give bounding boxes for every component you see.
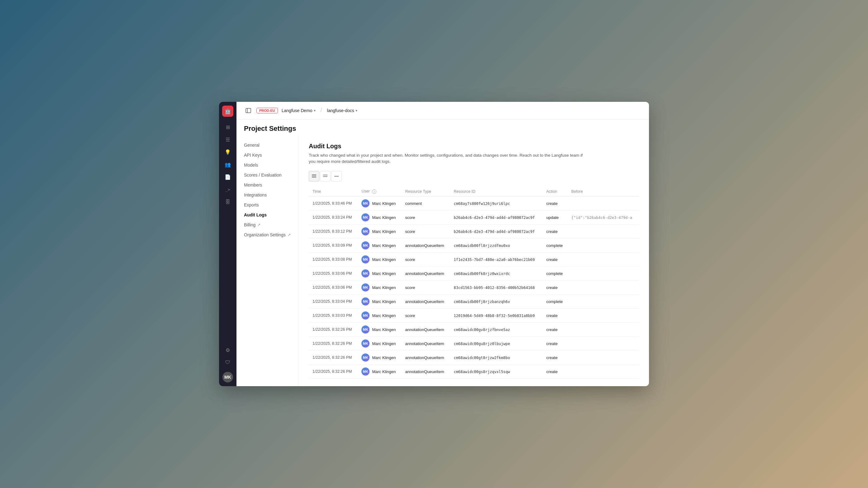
- table-row: 1/22/2025, 8:33:46 PMMKMarc Klingencomme…: [309, 196, 639, 210]
- cell-user: MKMarc Klingen: [358, 323, 401, 337]
- cell-action: update: [543, 210, 568, 225]
- project-dropdown[interactable]: langfuse-docs ▾: [327, 108, 358, 113]
- filter-btn-medium[interactable]: [320, 171, 331, 182]
- header: PROD-EU Langfuse Demo ▾ / langfuse-docs …: [237, 102, 649, 120]
- nav-item-billing[interactable]: Billing ↗: [237, 220, 299, 230]
- cell-resource-id: cm68ay7s800fw126j9uri6lpc: [450, 196, 542, 210]
- table-row: 1/22/2025, 8:32:26 PMMKMarc Klingenannot…: [309, 351, 639, 365]
- nav-item-org-settings[interactable]: Organization Settings ↗: [237, 230, 299, 240]
- user-name: Marc Klingen: [372, 243, 396, 248]
- document-icon[interactable]: 📄: [222, 172, 234, 183]
- cell-resource-id: cm68awidb00fj8rjzbanzqh6v: [450, 295, 542, 308]
- cell-action: create: [543, 337, 568, 351]
- nav-label-general: General: [244, 143, 259, 148]
- shield-icon[interactable]: 🛡: [222, 357, 234, 368]
- terminal-icon[interactable]: _>: [222, 184, 234, 195]
- filter-btn-sparse[interactable]: [331, 171, 342, 182]
- cell-action: complete: [543, 267, 568, 281]
- nav-item-members[interactable]: Members: [237, 180, 299, 190]
- user-avatar: MK: [362, 283, 370, 292]
- user-avatar[interactable]: MK: [222, 372, 233, 383]
- sidebar: 🤖 ⊞ ☰ 💡 👥 📄 _> 🗄 ⚙ 🛡 MK: [219, 102, 237, 387]
- cell-action: create: [543, 225, 568, 238]
- app-logo[interactable]: 🤖: [222, 105, 234, 117]
- nav-item-models[interactable]: Models: [237, 160, 299, 170]
- page-title: Project Settings: [237, 120, 649, 135]
- user-avatar: MK: [362, 255, 370, 263]
- table-row: 1/22/2025, 8:32:26 PMMKMarc Klingenannot…: [309, 337, 639, 351]
- cell-time: 1/22/2025, 8:33:08 PM: [309, 253, 358, 267]
- cell-before: [568, 238, 639, 253]
- cell-user: MKMarc Klingen: [358, 225, 401, 238]
- nav-label-audit-logs: Audit Logs: [244, 213, 267, 217]
- nav-label-scores: Scores / Evaluation: [244, 172, 282, 177]
- settings-icon[interactable]: ⚙: [222, 345, 234, 356]
- cell-before: [568, 323, 639, 337]
- table-row: 1/22/2025, 8:33:09 PMMKMarc Klingenannot…: [309, 238, 639, 253]
- cell-time: 1/22/2025, 8:33:06 PM: [309, 267, 358, 281]
- cell-before: [568, 196, 639, 210]
- cell-user: MKMarc Klingen: [358, 238, 401, 253]
- cell-action: create: [543, 308, 568, 323]
- cell-time: 1/22/2025, 8:33:24 PM: [309, 210, 358, 225]
- col-user: User i: [358, 187, 401, 196]
- cell-resource-type: comment: [401, 196, 450, 210]
- cell-resource-id: cm68awidc00gu8rjz0lbujwpe: [450, 337, 542, 351]
- table-row: 1/22/2025, 8:33:24 PMMKMarc Klingenscore…: [309, 210, 639, 225]
- user-name: Marc Klingen: [372, 285, 396, 290]
- table-row: 1/22/2025, 8:33:04 PMMKMarc Klingenannot…: [309, 295, 639, 308]
- nav-label-members: Members: [244, 183, 262, 188]
- nav-label-api-keys: API Keys: [244, 153, 262, 158]
- col-time: Time: [309, 187, 358, 196]
- users-icon[interactable]: 👥: [222, 159, 234, 170]
- cell-before: [568, 308, 639, 323]
- nav-item-audit-logs[interactable]: Audit Logs: [237, 210, 299, 220]
- cell-resource-type: annotationQueueItem: [401, 323, 450, 337]
- table-row: 1/22/2025, 8:33:06 PMMKMarc Klingenannot…: [309, 267, 639, 281]
- table-row: 1/22/2025, 8:32:26 PMMKMarc Klingenannot…: [309, 323, 639, 337]
- main-area: PROD-EU Langfuse Demo ▾ / langfuse-docs …: [237, 102, 649, 387]
- cell-before: [568, 225, 639, 238]
- user-avatar: MK: [362, 269, 370, 278]
- cell-action: complete: [543, 238, 568, 253]
- cell-time: 1/22/2025, 8:33:46 PM: [309, 196, 358, 210]
- bulb-icon[interactable]: 💡: [222, 147, 234, 158]
- cell-resource-type: score: [401, 225, 450, 238]
- cell-resource-type: annotationQueueItem: [401, 337, 450, 351]
- left-nav: General API Keys Models Scores / Evaluat…: [237, 135, 299, 387]
- user-avatar: MK: [362, 325, 370, 333]
- workspace-dropdown[interactable]: Langfuse Demo ▾: [282, 108, 316, 113]
- user-info-icon[interactable]: i: [372, 189, 376, 194]
- cell-before: [568, 281, 639, 295]
- database-icon[interactable]: 🗄: [222, 196, 234, 208]
- user-avatar: MK: [362, 354, 370, 362]
- user-avatar: MK: [362, 312, 370, 320]
- table-row: 1/22/2025, 8:33:08 PMMKMarc Klingenscore…: [309, 253, 639, 267]
- user-name: Marc Klingen: [372, 215, 396, 220]
- sidebar-toggle-button[interactable]: [244, 106, 253, 115]
- cell-resource-id: cm68awidc00gv8rjzfbnve5az: [450, 323, 542, 337]
- list-icon[interactable]: ☰: [222, 134, 234, 145]
- nav-item-integrations[interactable]: Integrations: [237, 190, 299, 200]
- nav-item-general[interactable]: General: [237, 140, 299, 150]
- nav-item-api-keys[interactable]: API Keys: [237, 150, 299, 160]
- nav-item-exports[interactable]: Exports: [237, 200, 299, 210]
- user-avatar: MK: [362, 213, 370, 221]
- cell-before: {"id":"b26ab4c6-d2e3-479d-a: [568, 210, 639, 225]
- cell-action: create: [543, 253, 568, 267]
- workspace-label: Langfuse Demo: [282, 108, 312, 113]
- user-name: Marc Klingen: [372, 327, 396, 332]
- user-name: Marc Klingen: [372, 369, 396, 374]
- cell-before: [568, 351, 639, 365]
- user-name: Marc Klingen: [372, 313, 396, 318]
- cell-action: create: [543, 196, 568, 210]
- user-name: Marc Klingen: [372, 271, 396, 276]
- table-row: 1/22/2025, 8:32:26 PMMKMarc Klingenannot…: [309, 365, 639, 379]
- cell-user: MKMarc Klingen: [358, 365, 401, 379]
- dashboard-icon[interactable]: ⊞: [222, 122, 234, 133]
- nav-item-scores[interactable]: Scores / Evaluation: [237, 170, 299, 180]
- app-window: 🤖 ⊞ ☰ 💡 👥 📄 _> 🗄 ⚙ 🛡 MK PROD-EU Langfuse…: [219, 102, 649, 387]
- cell-action: complete: [543, 295, 568, 308]
- filter-btn-dense[interactable]: [309, 171, 319, 182]
- col-before: Before: [568, 187, 639, 196]
